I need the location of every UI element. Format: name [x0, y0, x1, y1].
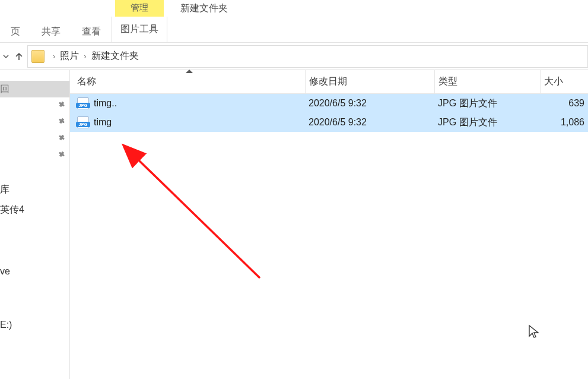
nav-up-button[interactable]: [12, 45, 26, 68]
file-list-pane[interactable]: 名称 修改日期 类型 大小 JPG timg.. 2020/6/5 9:32 J…: [70, 70, 588, 379]
jpg-file-icon: JPG: [77, 116, 89, 128]
window-title: 新建文件夹: [167, 0, 241, 17]
column-header-label: 名称: [77, 75, 96, 88]
ribbon-tab-view[interactable]: 查看: [71, 17, 112, 42]
address-bar: › 照片 › 新建文件夹: [0, 43, 588, 70]
file-date: 2020/6/5 9:32: [305, 98, 434, 109]
ribbon-context-header: 管理: [115, 0, 164, 17]
sidebar-item-drive-e[interactable]: E:): [0, 315, 69, 335]
content-area: 回 库 英传4 ve E:) 名称 修改日期 类型 大小: [0, 70, 588, 379]
nav-dropdown-icon[interactable]: [0, 45, 12, 68]
breadcrumb-item-current[interactable]: 新建文件夹: [91, 50, 139, 62]
chevron-right-icon[interactable]: ›: [84, 52, 86, 61]
ribbon-context-tab-group: 管理 图片工具: [112, 0, 167, 42]
sort-ascending-icon: [186, 70, 193, 73]
column-header-date[interactable]: 修改日期: [305, 70, 434, 93]
pin-icon: [58, 151, 66, 160]
sidebar-item-pinned[interactable]: [0, 114, 69, 131]
column-header-label: 大小: [544, 75, 563, 88]
pin-icon: [58, 118, 66, 127]
sidebar-item-pinned[interactable]: [0, 147, 69, 164]
column-header-name[interactable]: 名称: [74, 70, 305, 93]
folder-icon: [31, 50, 45, 63]
breadcrumb-bar[interactable]: › 照片 › 新建文件夹: [27, 45, 588, 68]
file-size: 1,086: [540, 117, 588, 128]
pin-icon: [58, 135, 66, 143]
sidebar-item-pinned[interactable]: [0, 131, 69, 147]
file-type: JPG 图片文件: [434, 97, 540, 110]
ribbon-tab-share[interactable]: 共享: [31, 17, 71, 42]
column-header-size[interactable]: 大小: [540, 70, 588, 93]
sidebar-item-pinned[interactable]: [0, 97, 69, 114]
column-header-label: 修改日期: [309, 75, 347, 88]
sidebar-item-active[interactable]: 回: [0, 81, 69, 97]
columns-header: 名称 修改日期 类型 大小: [70, 70, 588, 94]
pin-icon: [58, 102, 66, 110]
sidebar-item-folder[interactable]: 英传4: [0, 200, 69, 220]
sidebar-item-library[interactable]: 库: [0, 179, 69, 200]
chevron-right-icon[interactable]: ›: [53, 52, 55, 61]
column-header-type[interactable]: 类型: [434, 70, 540, 93]
file-date: 2020/6/5 9:32: [305, 117, 434, 128]
ribbon-tab-home-truncated[interactable]: 页: [0, 17, 31, 42]
file-name: timg: [94, 117, 112, 128]
column-header-label: 类型: [438, 75, 457, 88]
file-row[interactable]: JPG timg.. 2020/6/5 9:32 JPG 图片文件 639: [70, 94, 588, 113]
ribbon-tab-picture-tools[interactable]: 图片工具: [112, 17, 167, 42]
file-type: JPG 图片文件: [434, 116, 540, 129]
sidebar-item-label: 回: [0, 83, 9, 96]
sidebar-item-drive[interactable]: ve: [0, 261, 69, 282]
navigation-pane[interactable]: 回 库 英传4 ve E:): [0, 70, 70, 379]
file-name: timg..: [94, 98, 117, 109]
file-size: 639: [540, 98, 588, 109]
breadcrumb-item-photos[interactable]: 照片: [60, 50, 79, 62]
ribbon: 页 共享 查看 管理 图片工具 新建文件夹: [0, 0, 588, 43]
jpg-file-icon: JPG: [77, 97, 89, 109]
file-row[interactable]: JPG timg 2020/6/5 9:32 JPG 图片文件 1,086: [70, 113, 588, 132]
